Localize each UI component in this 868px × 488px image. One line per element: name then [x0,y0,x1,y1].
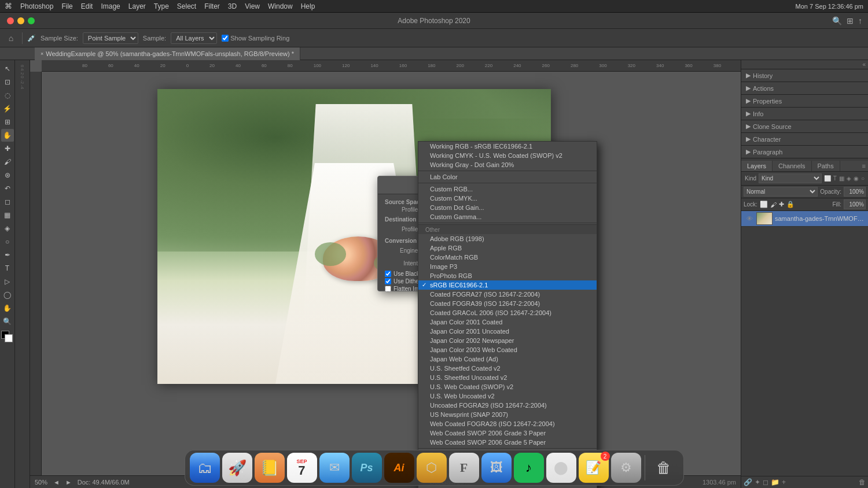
maximize-button[interactable] [28,17,35,24]
dd-item-custom-rgb[interactable]: Custom RGB... [418,184,597,194]
healing-tool[interactable]: ✚ [1,142,14,155]
opacity-input[interactable] [844,187,866,197]
kind-select[interactable]: Kind [759,173,822,183]
history-section-title[interactable]: ▶ History [741,69,868,82]
document-tab[interactable]: × WeddingExample @ 50% (samantha-gades-T… [35,47,300,60]
show-sampling-label[interactable]: Show Sampling Ring [222,35,289,42]
eraser-tool[interactable]: ◻ [1,195,14,208]
dd-item-colormatch[interactable]: ColorMatch RGB [418,253,597,262]
lock-image-icon[interactable]: 🖌 [770,201,777,208]
gradient-tool[interactable]: ▦ [1,209,14,221]
menu-edit[interactable]: Edit [81,2,93,10]
lock-position-icon[interactable]: ✚ [779,201,784,208]
dock-launchpad[interactable]: 🚀 [222,453,252,483]
info-section-title[interactable]: ▶ Info [741,108,868,120]
dd-item-custom-cmyk[interactable]: Custom CMYK... [418,194,597,203]
menu-view[interactable]: View [245,2,260,10]
search-icon[interactable]: 🔍 [832,16,842,25]
move-tool[interactable]: ↖ [1,62,14,75]
stamp-tool[interactable]: ⊛ [1,169,14,182]
dd-item-coated-gracol[interactable]: Coated GRACoL 2006 (ISO 12647-2:2004) [418,308,597,317]
dd-item-us-newsprint[interactable]: US Newsprint (SNAP 2007) [418,410,597,419]
eyedropper-tool[interactable]: ✋ [1,129,14,142]
use-bpc-checkbox[interactable] [385,271,391,277]
dock-illustrator[interactable]: Ai [384,453,414,483]
history-brush-tool[interactable]: ↶ [1,182,14,195]
dodge-tool[interactable]: ○ [1,235,14,248]
panel-collapse-icon[interactable]: « [862,61,866,68]
path-tool[interactable]: ▷ [1,275,14,288]
menu-3d[interactable]: 3D [228,2,237,10]
filter-icon3[interactable]: ▦ [839,175,844,182]
tab-paths[interactable]: Paths [812,161,840,171]
dd-item-coated-fogra39[interactable]: Coated FOGRA39 (ISO 12647-2:2004) [418,299,597,308]
dd-item-adobe-rgb[interactable]: Adobe RGB (1998) [418,234,597,243]
dd-item-japan-web-ad[interactable]: Japan Web Coated (Ad) [418,354,597,364]
pen-tool[interactable]: ✒ [1,249,14,261]
blur-tool[interactable]: ◈ [1,222,14,235]
dock-fontbook[interactable]: F [449,453,479,483]
dock-photoshop[interactable]: Ps [352,453,382,483]
crop-tool[interactable]: ⊞ [1,116,14,128]
lock-transparent-icon[interactable]: ⬜ [760,201,768,208]
menu-type[interactable]: Type [154,2,169,10]
dock-sublime[interactable]: ⬡ [417,453,447,483]
dock-trash[interactable]: 🗑 [649,453,679,483]
menu-layer[interactable]: Layer [128,2,146,10]
dd-item-japan-coated[interactable]: Japan Color 2001 Coated [418,317,597,327]
dd-item-srgb[interactable]: sRGB IEC61966-2.1 [418,280,597,290]
show-sampling-checkbox[interactable] [222,35,229,42]
dock-preview[interactable]: 🖼 [481,453,512,483]
dd-item-japan-newspaper[interactable]: Japan Color 2002 Newspaper [418,336,597,345]
dd-item-image-p3[interactable]: Image P3 [418,262,597,271]
sample-size-select[interactable]: Point Sample [83,32,138,44]
menu-window[interactable]: Window [268,2,293,10]
use-dither-checkbox[interactable] [385,278,391,284]
clone-source-section-title[interactable]: ▶ Clone Source [741,120,868,132]
home-button[interactable]: ⌂ [5,32,17,45]
tab-channels[interactable]: Channels [773,161,811,171]
foreground-color[interactable] [1,331,14,342]
layers-panel-menu[interactable]: ≡ [860,161,868,171]
dd-item-web-coated-fogra28[interactable]: Web Coated FOGRA28 (ISO 12647-2:2004) [418,419,597,428]
filter-icon4[interactable]: ◈ [847,175,851,182]
menu-filter[interactable]: Filter [204,2,220,10]
sample-select[interactable]: All Layers [171,32,217,44]
type-tool[interactable]: T [1,262,14,275]
dd-item-japan-uncoated[interactable]: Japan Color 2001 Uncoated [418,327,597,336]
tab-layers[interactable]: Layers [741,161,773,171]
dock-notes[interactable]: 📝 2 [579,453,609,483]
hand-tool[interactable]: ✋ [1,302,14,315]
arrange-icon[interactable]: ⊞ [847,16,854,25]
marquee-tool[interactable]: ⊡ [1,76,14,88]
quick-select-tool[interactable]: ⚡ [1,102,14,115]
filter-icon1[interactable]: ⬜ [824,175,831,182]
dock-contacts[interactable]: 📒 [255,453,285,483]
apple-menu[interactable]: ⌘ [5,2,12,10]
menu-select[interactable]: Select [177,2,196,10]
dd-item-us-sheetfed-coated[interactable]: U.S. Sheetfed Coated v2 [418,364,597,373]
dd-item-uncoated-fogra29[interactable]: Uncoated FOGRA29 (ISO 12647-2:2004) [418,401,597,410]
dd-item-working-gray[interactable]: Working Gray - Dot Gain 20% [418,160,597,169]
filter-toggle[interactable]: ○ [861,175,865,182]
close-button[interactable] [7,17,14,24]
dock-finder[interactable]: 🗂 [190,453,220,483]
dd-item-us-sheetfed-uncoated[interactable]: U.S. Sheetfed Uncoated v2 [418,373,597,382]
layer-row[interactable]: 👁 samantha-gades-TrnnWMOFals-unsplash [741,211,868,227]
properties-section-title[interactable]: ▶ Properties [741,95,868,107]
dd-item-japan-web[interactable]: Japan Color 2003 Web Coated [418,345,597,354]
flatten-checkbox[interactable] [385,286,391,292]
menu-help[interactable]: Help [301,2,315,10]
dock-spotify[interactable]: ♪ [514,453,544,483]
dd-item-custom-gamma[interactable]: Custom Gamma... [418,212,597,221]
filter-icon5[interactable]: ◉ [854,175,859,182]
dock-chrome[interactable]: ⬤ [546,453,576,483]
dd-item-working-cmyk[interactable]: Working CMYK - U.S. Web Coated (SWOP) v2 [418,151,597,160]
profile-dropdown[interactable]: Working RGB - sRGB IEC61966-2.1 Working … [418,141,597,488]
lock-all-icon[interactable]: 🔒 [786,201,795,208]
dd-item-lab[interactable]: Lab Color [418,172,597,182]
fill-input[interactable] [844,199,866,209]
filter-icon2[interactable]: T [833,175,837,182]
blend-mode-select[interactable]: Normal [744,187,818,197]
dd-item-custom-dot[interactable]: Custom Dot Gain... [418,203,597,212]
